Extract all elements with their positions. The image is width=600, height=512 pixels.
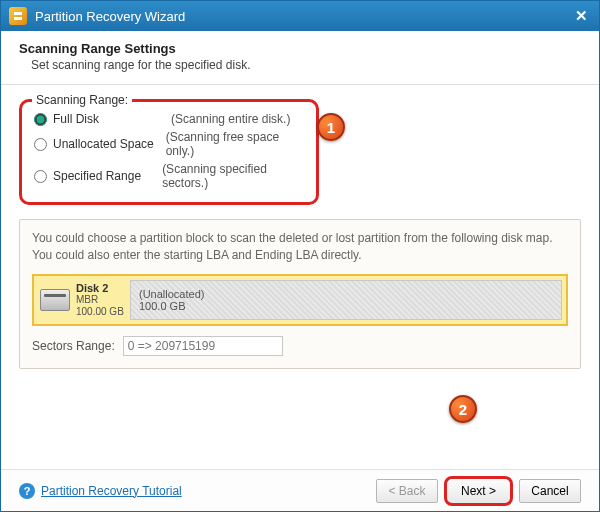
radio-full-disk-label: Full Disk [53,112,165,126]
radio-full-disk-input[interactable] [34,113,47,126]
disk-map: Disk 2 MBR 100.00 GB (Unallocated) 100.0… [32,274,568,326]
help-area: ? Partition Recovery Tutorial [19,483,370,499]
radio-specified-input[interactable] [34,170,47,183]
disk-panel: You could choose a partition block to sc… [19,219,581,369]
sectors-range-row: Sectors Range: [32,336,568,356]
radio-specified-desc: (Scanning specified sectors.) [162,162,304,190]
cancel-button[interactable]: Cancel [519,479,581,503]
wizard-footer: ? Partition Recovery Tutorial < Back Nex… [1,469,599,511]
disk-info: Disk 2 MBR 100.00 GB [34,276,130,324]
callout-1: 1 [317,113,345,141]
next-button[interactable]: Next > [444,476,513,506]
app-icon [9,7,27,25]
scanning-range-legend: Scanning Range: [32,93,132,107]
radio-unallocated[interactable]: Unallocated Space (Scanning free space o… [34,130,304,158]
radio-unallocated-input[interactable] [34,138,47,151]
disk-type: MBR [76,294,98,305]
close-icon[interactable]: ✕ [571,6,591,26]
block-size: 100.0 GB [139,300,561,312]
radio-specified[interactable]: Specified Range (Scanning specified sect… [34,162,304,190]
radio-unallocated-desc: (Scanning free space only.) [166,130,304,158]
disk-name: Disk 2 [76,282,108,294]
wizard-window: Partition Recovery Wizard ✕ Scanning Ran… [0,0,600,512]
back-button[interactable]: < Back [376,479,438,503]
page-title: Scanning Range Settings [19,41,581,56]
radio-specified-label: Specified Range [53,169,156,183]
help-icon: ? [19,483,35,499]
wizard-content: Scanning Range: Full Disk (Scanning enti… [1,85,599,469]
help-link[interactable]: Partition Recovery Tutorial [41,484,182,498]
sectors-range-label: Sectors Range: [32,339,115,353]
wizard-header: Scanning Range Settings Set scanning ran… [1,31,599,85]
radio-full-disk[interactable]: Full Disk (Scanning entire disk.) [34,112,304,126]
disk-panel-hint: You could choose a partition block to sc… [32,230,568,264]
partition-block-unallocated[interactable]: (Unallocated) 100.0 GB [130,280,562,320]
scanning-range-group: Scanning Range: Full Disk (Scanning enti… [19,99,319,205]
page-subtitle: Set scanning range for the specified dis… [19,58,581,72]
disk-icon [40,289,70,311]
window-title: Partition Recovery Wizard [35,9,563,24]
radio-full-disk-desc: (Scanning entire disk.) [171,112,290,126]
disk-size: 100.00 GB [76,306,124,317]
callout-2: 2 [449,395,477,423]
disk-text: Disk 2 MBR 100.00 GB [76,282,124,318]
titlebar: Partition Recovery Wizard ✕ [1,1,599,31]
block-label: (Unallocated) [139,288,561,300]
radio-unallocated-label: Unallocated Space [53,137,160,151]
sectors-range-input[interactable] [123,336,283,356]
